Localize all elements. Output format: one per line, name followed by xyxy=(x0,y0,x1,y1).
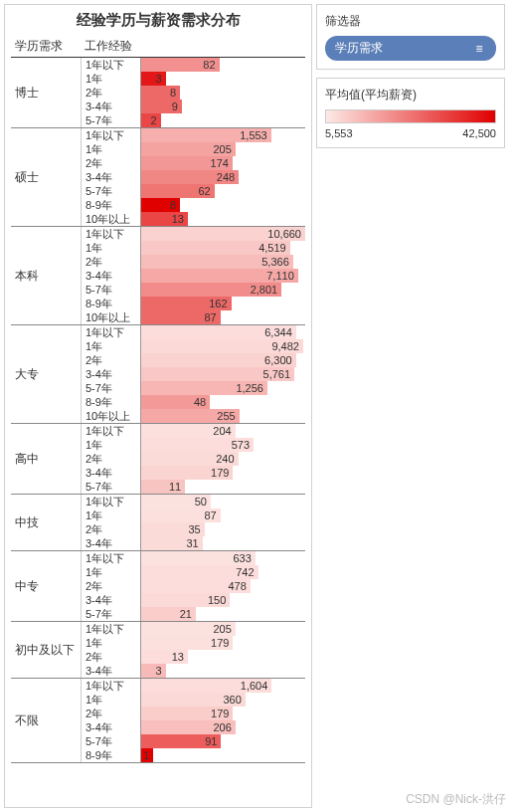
data-row[interactable]: 1年360 xyxy=(81,693,305,707)
bar: 8 xyxy=(141,86,180,100)
data-row[interactable]: 3-4年5,761 xyxy=(81,367,305,381)
data-row[interactable]: 5-7年21 xyxy=(81,607,305,621)
exp-label: 1年 xyxy=(81,693,140,707)
filter-menu-icon[interactable]: ≡ xyxy=(472,42,486,56)
data-row[interactable]: 10年以上255 xyxy=(81,409,305,423)
data-row[interactable]: 3-4年9 xyxy=(81,100,305,113)
data-row[interactable]: 2年35 xyxy=(81,522,305,536)
exp-label: 5-7年 xyxy=(81,283,140,297)
data-row[interactable]: 2年478 xyxy=(81,579,305,593)
data-row[interactable]: 3-4年31 xyxy=(81,536,305,550)
data-row[interactable]: 1年4,519 xyxy=(81,241,305,255)
data-row[interactable]: 3-4年206 xyxy=(81,720,305,734)
column-headers: 学历需求 工作经验 xyxy=(11,36,305,58)
data-row[interactable]: 1年以下6,344 xyxy=(81,325,305,339)
data-row[interactable]: 3-4年3 xyxy=(81,664,305,678)
exp-label: 8-9年 xyxy=(81,748,140,762)
bar-cell: 205 xyxy=(140,142,305,156)
bar-cell: 255 xyxy=(140,409,305,423)
data-row[interactable]: 5-7年62 xyxy=(81,184,305,198)
data-row[interactable]: 2年6,300 xyxy=(81,353,305,367)
data-row[interactable]: 2年179 xyxy=(81,707,305,720)
bar: 1,256 xyxy=(141,381,267,395)
edu-label: 初中及以下 xyxy=(11,622,81,678)
data-row[interactable]: 1年3 xyxy=(81,72,305,86)
data-row[interactable]: 3-4年248 xyxy=(81,170,305,184)
data-row[interactable]: 3-4年7,110 xyxy=(81,269,305,283)
data-row[interactable]: 1年以下204 xyxy=(81,424,305,438)
data-row[interactable]: 1年以下633 xyxy=(81,551,305,565)
data-row[interactable]: 2年8 xyxy=(81,86,305,100)
bar: 174 xyxy=(141,156,233,170)
edu-label: 博士 xyxy=(11,58,81,127)
bar-cell: 2,801 xyxy=(140,283,305,297)
data-row[interactable]: 5-7年1,256 xyxy=(81,381,305,395)
data-row[interactable]: 1年87 xyxy=(81,508,305,522)
data-row[interactable]: 2年174 xyxy=(81,156,305,170)
data-row[interactable]: 1年以下82 xyxy=(81,58,305,72)
data-row[interactable]: 5-7年2,801 xyxy=(81,283,305,297)
data-row[interactable]: 2年240 xyxy=(81,452,305,466)
data-row[interactable]: 5-7年2 xyxy=(81,113,305,127)
chart-title: 经验学历与薪资需求分布 xyxy=(11,11,305,30)
exp-label: 10年以上 xyxy=(81,310,140,324)
data-row[interactable]: 1年179 xyxy=(81,636,305,650)
bar: 204 xyxy=(141,424,236,438)
bar: 13 xyxy=(141,212,188,226)
bar-cell: 248 xyxy=(140,170,305,184)
data-row[interactable]: 1年9,482 xyxy=(81,339,305,353)
data-row[interactable]: 3-4年179 xyxy=(81,466,305,480)
data-row[interactable]: 10年以上13 xyxy=(81,212,305,226)
data-row[interactable]: 8-9年48 xyxy=(81,395,305,409)
exp-label: 1年以下 xyxy=(81,679,140,693)
bar-cell: 35 xyxy=(140,522,305,536)
data-row[interactable]: 1年以下1,553 xyxy=(81,128,305,142)
bar-cell: 573 xyxy=(140,438,305,452)
exp-label: 1年 xyxy=(81,508,140,522)
data-row[interactable]: 1年以下1,604 xyxy=(81,679,305,693)
exp-label: 1年以下 xyxy=(81,551,140,565)
watermark: CSDN @Nick-洪仔 xyxy=(406,791,506,808)
bar: 255 xyxy=(141,409,240,423)
data-row[interactable]: 3-4年150 xyxy=(81,593,305,607)
data-row[interactable]: 10年以上87 xyxy=(81,310,305,324)
legend-title: 平均值(平均薪资) xyxy=(325,87,496,103)
bar-cell: 31 xyxy=(140,536,305,550)
filter-pill[interactable]: 学历需求 ≡ xyxy=(325,36,496,61)
exp-label: 3-4年 xyxy=(81,720,140,734)
bar-cell: 21 xyxy=(140,607,305,621)
chart-body: 博士1年以下821年32年83-4年95-7年2硕士1年以下1,5531年205… xyxy=(11,58,305,763)
data-row[interactable]: 8-9年1 xyxy=(81,748,305,762)
exp-label: 1年 xyxy=(81,72,140,86)
data-row[interactable]: 1年573 xyxy=(81,438,305,452)
data-row[interactable]: 8-9年8 xyxy=(81,198,305,212)
chart-panel: 经验学历与薪资需求分布 学历需求 工作经验 博士1年以下821年32年83-4年… xyxy=(4,4,312,808)
data-row[interactable]: 1年205 xyxy=(81,142,305,156)
data-row[interactable]: 2年13 xyxy=(81,650,305,664)
bar: 248 xyxy=(141,170,239,184)
header-exp: 工作经验 xyxy=(81,36,140,57)
bar: 48 xyxy=(141,395,210,409)
bar: 1,604 xyxy=(141,679,271,693)
bar: 150 xyxy=(141,593,230,607)
data-row[interactable]: 2年5,366 xyxy=(81,255,305,269)
data-row[interactable]: 5-7年11 xyxy=(81,480,305,494)
bar-cell: 6,344 xyxy=(140,325,305,339)
bar: 742 xyxy=(141,565,258,579)
exp-label: 5-7年 xyxy=(81,381,140,395)
bar-cell: 91 xyxy=(140,734,305,748)
data-row[interactable]: 5-7年91 xyxy=(81,734,305,748)
bar-cell: 50 xyxy=(140,495,305,508)
data-row[interactable]: 8-9年162 xyxy=(81,297,305,310)
data-row[interactable]: 1年以下50 xyxy=(81,495,305,508)
bar-cell: 3 xyxy=(140,72,305,86)
bar-cell: 8 xyxy=(140,198,305,212)
data-row[interactable]: 1年742 xyxy=(81,565,305,579)
bar: 179 xyxy=(141,636,233,650)
bar: 5,366 xyxy=(141,255,293,269)
data-row[interactable]: 1年以下205 xyxy=(81,622,305,636)
bar: 205 xyxy=(141,622,236,636)
exp-label: 2年 xyxy=(81,650,140,664)
bar: 91 xyxy=(141,734,221,748)
data-row[interactable]: 1年以下10,660 xyxy=(81,227,305,241)
